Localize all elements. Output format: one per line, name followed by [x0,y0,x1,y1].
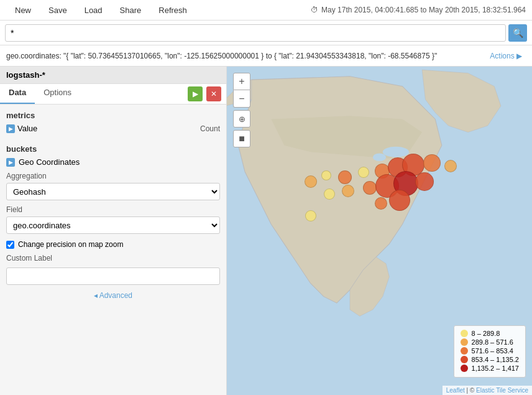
legend-item: 8 – 289.8 [461,330,519,337]
zoom-out-button[interactable]: − [233,90,250,108]
field-label: Field [6,205,220,214]
share-button[interactable]: Share [111,0,150,21]
run-button[interactable]: ▶ [188,86,203,101]
legend-item: 289.8 – 571.6 [461,338,519,346]
main-content: logstash-* ◂ Data Options ▶ ✕ metrics ▶ … [0,67,532,395]
map-dot [342,185,354,197]
map-dot [305,210,316,221]
legend-color [461,330,468,337]
index-name: logstash-* [6,70,45,80]
locate-button[interactable]: ⊕ [233,110,250,128]
filter-bar: geo.coordinates: "{ "lat": 50.7364551370… [0,45,532,67]
buckets-section: buckets ▶ Geo Coordinates Aggregation Ge… [0,138,226,285]
toolbar: New Save Load Share Refresh ⏱ May 17th 2… [0,0,532,21]
map-dot [415,172,434,191]
map-controls: + − ⊕ ■ [233,73,250,147]
panel-header: logstash-* ◂ [0,67,226,84]
metric-row: ▶ Value Count [6,124,220,133]
left-panel: logstash-* ◂ Data Options ▶ ✕ metrics ▶ … [0,67,227,395]
metrics-title: metrics [6,111,220,120]
aggregation-select[interactable]: Geohash [6,183,220,200]
new-button[interactable]: New [6,0,40,21]
map-dot [321,170,331,180]
legend-label: 1,135.2 – 1,417 [472,365,519,372]
map-area[interactable]: + − ⊕ ■ 8 – 289.8289.8 – 571.6571.6 – 85… [227,67,532,395]
filter-text: geo.coordinates: "{ "lat": 50.7364551370… [6,52,486,60]
legend-item: 1,135.2 – 1,417 [461,365,519,372]
leaflet-link[interactable]: Leaflet [446,387,465,394]
refresh-button[interactable]: Refresh [150,0,196,21]
legend-label: 853.4 – 1,135.2 [472,356,519,363]
tile-service-link[interactable]: Elastic Tile Service [476,387,528,394]
time-range-text: May 17th 2015, 04:00:41.685 to May 20th … [321,6,526,14]
search-bar: 🔍 [0,21,532,45]
map-dot [305,175,317,188]
legend-label: 289.8 – 571.6 [472,338,513,346]
legend-color [461,356,468,363]
change-precision-row: Change precision on map zoom [6,240,220,249]
aggregation-label: Aggregation [6,172,220,180]
custom-label-section: Custom Label [6,254,220,285]
change-precision-checkbox[interactable] [6,241,14,249]
legend: 8 – 289.8289.8 – 571.6571.6 – 853.4853.4… [454,325,526,378]
legend-color [461,347,468,355]
map-dot [358,167,369,178]
legend-label: 571.6 – 853.4 [472,347,513,355]
bucket-row: ▶ Geo Coordinates [6,157,220,167]
map-attribution: Leaflet | © Elastic Tile Service [443,386,532,395]
tab-actions: ▶ ✕ [183,84,226,104]
legend-color [461,365,468,372]
save-button[interactable]: Save [40,0,76,21]
load-button[interactable]: Load [76,0,111,21]
map-dot [423,154,441,172]
search-button[interactable]: 🔍 [508,24,527,42]
map-dot [444,160,457,172]
change-precision-label: Change precision on map zoom [18,240,123,249]
tab-options[interactable]: Options [35,84,80,104]
field-select[interactable]: geo.coordinates [6,216,220,234]
custom-label-input[interactable] [6,267,220,285]
map-dot [375,197,387,210]
discard-button[interactable]: ✕ [206,86,221,101]
geo-coordinates-label: Geo Coordinates [19,157,80,167]
advanced-button[interactable]: ◂ Advanced [0,285,226,306]
metric-label: ▶ Value [6,124,37,133]
legend-label: 8 – 289.8 [472,330,500,337]
tabs: Data Options ▶ ✕ [0,84,226,105]
actions-button[interactable]: Actions ▶ [486,52,526,60]
zoom-in-button[interactable]: + [233,73,250,90]
buckets-title: buckets [6,144,220,154]
map-dot [363,181,377,195]
map-dot [324,188,335,200]
legend-color [461,338,468,346]
map-dot [389,190,410,211]
metric-icon: ▶ [6,124,15,133]
map-dot [338,170,352,184]
metric-count: Count [200,124,220,133]
metrics-section: metrics ▶ Value Count [0,105,226,133]
time-range[interactable]: ⏱ May 17th 2015, 04:00:41.685 to May 20t… [311,6,526,14]
custom-label-title: Custom Label [6,254,220,263]
metric-value-label: Value [17,124,37,133]
bucket-icon: ▶ [6,158,15,167]
legend-item: 571.6 – 853.4 [461,347,519,355]
legend-item: 853.4 – 1,135.2 [461,356,519,363]
attribution-separator: | © [467,387,477,394]
search-input[interactable] [5,24,506,42]
fullscreen-button[interactable]: ■ [233,130,250,147]
clock-icon: ⏱ [311,6,318,14]
tab-data[interactable]: Data [0,84,35,104]
